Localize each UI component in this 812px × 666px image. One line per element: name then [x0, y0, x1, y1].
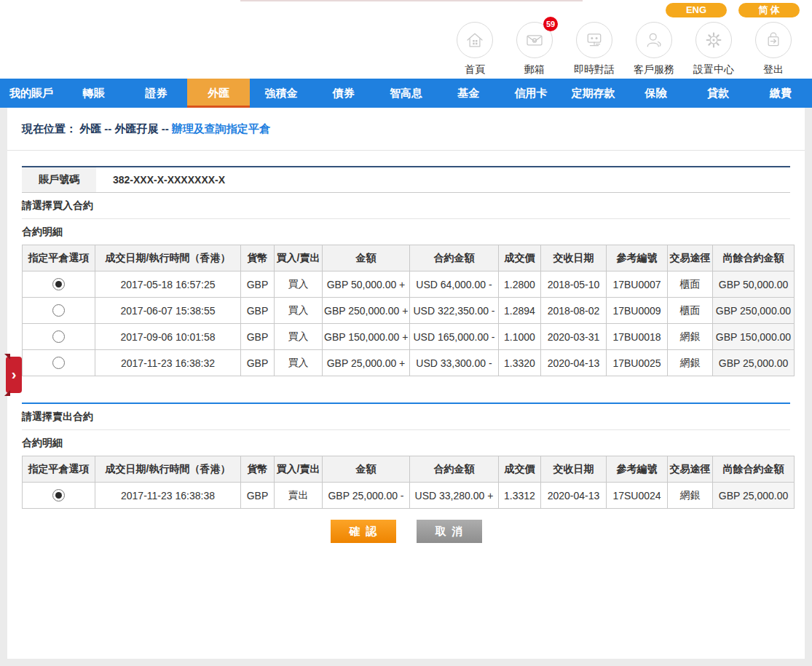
- nav-item-1[interactable]: 轉賬: [63, 79, 125, 108]
- live-chat-shortcut[interactable]: 即時對話: [564, 22, 624, 76]
- cell-ref: 17BU0025: [607, 350, 668, 376]
- utility-icon-row: 首頁 59 郵箱: [445, 22, 803, 76]
- live-chat-label: 即時對話: [564, 63, 624, 76]
- nav-item-5[interactable]: 債券: [312, 79, 375, 108]
- nav-item-2[interactable]: 證券: [125, 79, 188, 108]
- breadcrumb-current-link[interactable]: 辦理及查詢指定平倉: [172, 122, 270, 135]
- mail-unread-badge: 59: [543, 17, 558, 31]
- content-area: 賬戶號碼 382-XXX-X-XXXXXXX-X 請選擇買入合約 合約明細 指定…: [7, 166, 805, 543]
- column-header: 尚餘合約金額: [713, 456, 795, 483]
- cell-currency: GBP: [241, 483, 275, 509]
- mail-icon[interactable]: 59: [516, 22, 553, 58]
- settings-label: 設置中心: [684, 63, 744, 76]
- logout-shortcut[interactable]: 登出: [744, 22, 803, 76]
- cell-amount: GBP 150,000.00 +: [323, 324, 410, 350]
- cell-datetime: 2017-11-23 16:38:38: [95, 483, 241, 509]
- radio-cell[interactable]: [23, 298, 95, 324]
- cell-rate: 1.3312: [499, 483, 541, 509]
- contract-radio[interactable]: [52, 357, 65, 369]
- nav-item-0[interactable]: 我的賬戶: [0, 79, 63, 108]
- nav-item-3[interactable]: 外匯: [187, 79, 250, 108]
- account-number-value: 382-XXX-X-XXXXXXX-X: [96, 167, 225, 192]
- gear-icon[interactable]: [695, 22, 732, 58]
- side-panel-toggle[interactable]: ›: [6, 357, 22, 393]
- column-header: 金額: [323, 245, 410, 271]
- mailbox-label: 郵箱: [505, 63, 564, 76]
- column-header: 參考編號: [607, 245, 668, 271]
- nav-item-8[interactable]: 信用卡: [500, 79, 562, 108]
- cell-datetime: 2017-06-07 15:38:55: [95, 298, 241, 324]
- customer-service-shortcut[interactable]: 客戶服務: [624, 22, 684, 76]
- main-nav: 我的賬戶轉賬證券外匯強積金債券智高息基金信用卡定期存款保險貸款繳費: [0, 79, 812, 108]
- cell-channel: 網銀: [668, 483, 713, 509]
- cell-amount: GBP 50,000.00 +: [323, 271, 410, 298]
- cell-channel: 網銀: [668, 350, 713, 376]
- column-header: 合約金額: [410, 456, 499, 483]
- chevron-right-icon: ›: [12, 367, 17, 381]
- breadcrumb-prefix: 現在位置：: [22, 122, 76, 135]
- nav-item-11[interactable]: 貸款: [687, 79, 749, 108]
- cell-side: 買入: [275, 350, 323, 376]
- cell-settle-date: 2020-04-13: [541, 483, 607, 509]
- cell-remaining: GBP 250,000.00: [713, 298, 795, 324]
- cell-datetime: 2017-09-06 10:01:58: [95, 324, 241, 350]
- cell-datetime: 2017-05-18 16:57:25: [95, 271, 241, 298]
- column-header: 成交價: [499, 245, 541, 271]
- column-header: 交易途徑: [668, 456, 713, 483]
- home-label: 首頁: [445, 63, 505, 76]
- column-header: 成交價: [499, 456, 541, 483]
- cell-contract-amount: USD 64,000.00 -: [410, 271, 499, 298]
- cell-remaining: GBP 25,000.00: [713, 350, 795, 376]
- column-header: 金額: [323, 456, 410, 483]
- lang-simplified-button[interactable]: 简 体: [738, 3, 800, 17]
- buy-contracts-table: 指定平倉選項成交日期/執行時間（香港）貨幣買入/賣出金額合約金額成交價交收日期參…: [22, 245, 795, 376]
- radio-cell[interactable]: [23, 271, 95, 298]
- lang-eng-button[interactable]: ENG: [666, 3, 727, 17]
- home-shortcut[interactable]: 首頁: [445, 22, 505, 76]
- top-header: ENG 简 体 首頁: [0, 0, 812, 79]
- contract-radio[interactable]: [52, 304, 65, 317]
- contract-radio[interactable]: [52, 278, 65, 290]
- cell-ref: 17SU0024: [607, 483, 668, 509]
- nav-item-10[interactable]: 保險: [625, 79, 687, 108]
- cell-settle-date: 2018-08-02: [541, 298, 607, 324]
- cell-currency: GBP: [241, 298, 275, 324]
- radio-cell[interactable]: [23, 324, 95, 350]
- nav-item-12[interactable]: 繳費: [749, 79, 812, 108]
- customer-service-label: 客戶服務: [624, 63, 684, 76]
- nav-item-7[interactable]: 基金: [437, 79, 500, 108]
- table-row: 2017-11-23 16:38:32GBP買入GBP 25,000.00 +U…: [23, 350, 795, 376]
- top-divider-line: [240, 0, 583, 1]
- customer-service-icon[interactable]: [636, 22, 672, 58]
- breadcrumb-path: 外匯 -- 外匯孖展 --: [76, 122, 172, 135]
- logout-lock-icon[interactable]: [755, 22, 792, 58]
- home-icon[interactable]: [457, 22, 493, 58]
- nav-item-6[interactable]: 智高息: [375, 79, 438, 108]
- table-row: 2017-06-07 15:38:55GBP買入GBP 250,000.00 +…: [23, 298, 795, 324]
- cell-contract-amount: USD 322,350.00 -: [410, 298, 499, 324]
- nav-item-9[interactable]: 定期存款: [562, 79, 625, 108]
- radio-cell[interactable]: [23, 350, 95, 376]
- sell-section-subtitle: 合約明細: [22, 430, 790, 456]
- live-chat-icon[interactable]: [576, 22, 612, 58]
- radio-cell[interactable]: [23, 483, 95, 509]
- cell-currency: GBP: [241, 350, 275, 376]
- cell-rate: 1.2894: [499, 298, 541, 324]
- table-header-row: 指定平倉選項成交日期/執行時間（香港）貨幣買入/賣出金額合約金額成交價交收日期參…: [23, 245, 795, 271]
- confirm-button[interactable]: 確認: [331, 520, 396, 543]
- page: ENG 简 体 首頁: [0, 0, 812, 666]
- cell-amount: GBP 25,000.00 -: [323, 483, 410, 509]
- contract-radio[interactable]: [52, 489, 65, 502]
- column-header: 參考編號: [607, 456, 668, 483]
- column-header: 合約金額: [410, 245, 499, 271]
- column-header: 成交日期/執行時間（香港）: [95, 245, 241, 271]
- settings-shortcut[interactable]: 設置中心: [684, 22, 744, 76]
- column-header: 尚餘合約金額: [713, 245, 795, 271]
- cancel-button[interactable]: 取消: [417, 520, 482, 543]
- column-header: 交易途徑: [668, 245, 713, 271]
- mailbox-shortcut[interactable]: 59 郵箱: [505, 22, 564, 76]
- cell-datetime: 2017-11-23 16:38:32: [95, 350, 241, 376]
- nav-item-4[interactable]: 強積金: [250, 79, 312, 108]
- contract-radio[interactable]: [52, 330, 65, 343]
- cell-settle-date: 2020-03-31: [541, 324, 607, 350]
